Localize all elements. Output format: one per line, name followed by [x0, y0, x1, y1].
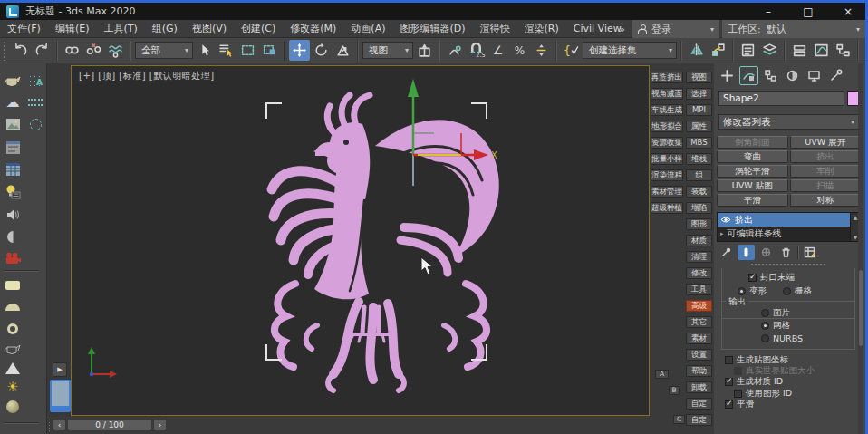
selection-filter-dropdown[interactable]: 全部 ▾: [135, 42, 193, 59]
select-and-manipulate-icon[interactable]: [444, 40, 465, 61]
checkbox-checked-icon[interactable]: [725, 400, 733, 409]
script-category-button[interactable]: 塌陷: [686, 202, 712, 214]
rectangular-selection-region-icon[interactable]: [237, 40, 258, 61]
script-macro-button[interactable]: 渲染流程: [651, 169, 683, 181]
cap-end-checkbox-row[interactable]: 封口末端: [748, 273, 795, 283]
script-category-button[interactable]: 堆栈: [686, 153, 712, 165]
render-teapot-icon[interactable]: [2, 71, 24, 91]
menu-item[interactable]: 组(G): [145, 22, 185, 35]
radio-off-icon[interactable]: [761, 309, 769, 317]
script-category-button[interactable]: MPI: [686, 104, 712, 116]
modifier-button[interactable]: UVW 贴图: [717, 179, 788, 192]
make-unique-icon[interactable]: [757, 245, 775, 260]
table-panel-icon[interactable]: [2, 159, 24, 179]
menu-item[interactable]: 修改器(M): [283, 22, 343, 35]
spinner-snap-icon[interactable]: [531, 40, 552, 61]
light-lister-icon[interactable]: [2, 181, 24, 201]
menu-overflow-chevron[interactable]: »: [615, 24, 629, 35]
script-macro-button[interactable]: 资源收集: [651, 137, 683, 149]
script-macro-button[interactable]: 批量小样: [651, 153, 683, 165]
radio-off-icon[interactable]: [783, 287, 791, 295]
script-category-button[interactable]: 工具: [686, 284, 712, 295]
generate-mapping-checkbox-row[interactable]: 生成贴图坐标: [725, 355, 788, 365]
script-category-button[interactable]: 自定: [686, 414, 712, 426]
script-category-button[interactable]: 视图: [686, 72, 712, 83]
menu-item[interactable]: 编辑(E): [48, 22, 97, 35]
tag-b-button[interactable]: B: [669, 386, 680, 395]
named-selection-sets-dropdown[interactable]: 创建选择集 ▾: [583, 42, 677, 59]
script-category-button[interactable]: 设置: [686, 349, 712, 361]
modifier-button[interactable]: 对称: [790, 194, 862, 207]
bind-to-space-warp-icon[interactable]: [105, 40, 126, 61]
menu-item[interactable]: 工具(T): [96, 22, 144, 35]
video-camera-icon[interactable]: [2, 248, 24, 268]
next-frame-button[interactable]: ›: [154, 420, 166, 430]
grid-array-icon[interactable]: A: [24, 71, 46, 91]
select-by-name-icon[interactable]: [216, 40, 236, 61]
menu-item[interactable]: 渲染(R): [517, 22, 566, 35]
panel-scrollbar[interactable]: [858, 63, 863, 434]
modifier-button[interactable]: 车削: [790, 165, 862, 178]
use-shape-id-checkbox-row[interactable]: 使用图形 ID: [734, 389, 792, 399]
eye-icon[interactable]: [720, 216, 731, 224]
radio-on-icon[interactable]: [761, 322, 769, 330]
script-category-button[interactable]: 自定: [686, 398, 712, 410]
pin-stack-icon[interactable]: [718, 245, 735, 260]
window-crossing-toggle-icon[interactable]: [259, 40, 280, 61]
display-tab-icon[interactable]: [805, 66, 824, 85]
reference-coordinate-dropdown[interactable]: 视图 ▾: [362, 42, 413, 59]
curve-editor-icon[interactable]: [811, 40, 832, 61]
smooth-checkbox-row[interactable]: 平滑: [725, 400, 754, 410]
create-tab-icon[interactable]: [718, 66, 737, 85]
select-and-rotate-icon[interactable]: [311, 40, 332, 61]
script-category-button[interactable]: 属性: [686, 121, 712, 132]
image-viewer-icon[interactable]: [2, 114, 24, 134]
script-category-button[interactable]: 其它: [686, 316, 712, 328]
show-end-result-icon[interactable]: [738, 245, 755, 260]
menu-item[interactable]: 视图(V): [185, 22, 234, 35]
maximize-button[interactable]: □: [788, 3, 828, 20]
time-slider[interactable]: 0 / 100: [68, 420, 151, 430]
nurbs-radio-row[interactable]: NURBS: [761, 333, 803, 343]
modifier-button[interactable]: 倒角剖面: [717, 136, 788, 149]
script-category-button[interactable]: 高级: [686, 300, 712, 312]
viewport-layout-thumbnail[interactable]: [50, 380, 71, 412]
modifier-button[interactable]: 弯曲: [717, 150, 788, 163]
script-category-button[interactable]: 组: [686, 169, 712, 181]
audio-icon[interactable]: [2, 205, 24, 225]
script-category-button[interactable]: 装载: [686, 186, 712, 198]
use-pivot-point-icon[interactable]: [414, 40, 435, 61]
script-category-button[interactable]: 材质: [686, 235, 712, 246]
timeline-grip[interactable]: [48, 419, 52, 431]
remove-modifier-icon[interactable]: [777, 245, 795, 260]
expand-panel-button[interactable]: ▶: [53, 362, 67, 377]
tag-a-button[interactable]: A: [655, 370, 669, 379]
script-macro-button[interactable]: 再造挤出: [651, 72, 683, 83]
script-category-button[interactable]: 选择: [686, 88, 712, 100]
workspace-dropdown[interactable]: 工作区: 默认 ▾: [722, 20, 865, 38]
modifier-list-dropdown[interactable]: 修改器列表 ▾: [718, 114, 860, 130]
wireframe-teapot-icon[interactable]: [2, 339, 24, 359]
viewport-label[interactable]: [+] [顶] [标准] [默认明暗处理]: [79, 70, 215, 82]
menu-item[interactable]: 创建(C): [234, 22, 283, 35]
cap-type-radio-row[interactable]: 变形 栅格: [738, 286, 812, 296]
percent-snap-icon[interactable]: %: [509, 40, 530, 61]
script-macro-button[interactable]: 视角减面: [651, 88, 683, 100]
menu-item[interactable]: 文件(F): [0, 22, 48, 35]
select-and-move-icon[interactable]: [289, 40, 310, 61]
menu-item[interactable]: 图形编辑器(D): [392, 22, 472, 35]
spacing-tool-icon[interactable]: [24, 92, 46, 112]
layer-explorer-icon[interactable]: [759, 40, 780, 61]
stack-row-modifier[interactable]: 挤出: [718, 213, 860, 227]
script-category-button[interactable]: 清理: [686, 251, 712, 263]
list-panel-icon[interactable]: [2, 138, 24, 158]
undo-icon[interactable]: [10, 40, 31, 61]
menu-item[interactable]: 动画(A): [343, 22, 392, 35]
checkbox-unchecked-icon[interactable]: [734, 390, 742, 398]
checkbox-checked-icon[interactable]: [725, 378, 733, 386]
modifier-button[interactable]: 扫描: [790, 179, 862, 192]
menu-item[interactable]: 渲得快: [473, 22, 517, 35]
script-category-button[interactable]: 修改: [686, 267, 712, 279]
script-macro-button[interactable]: 车线生成: [651, 104, 683, 116]
schematic-view-icon[interactable]: [833, 40, 854, 61]
